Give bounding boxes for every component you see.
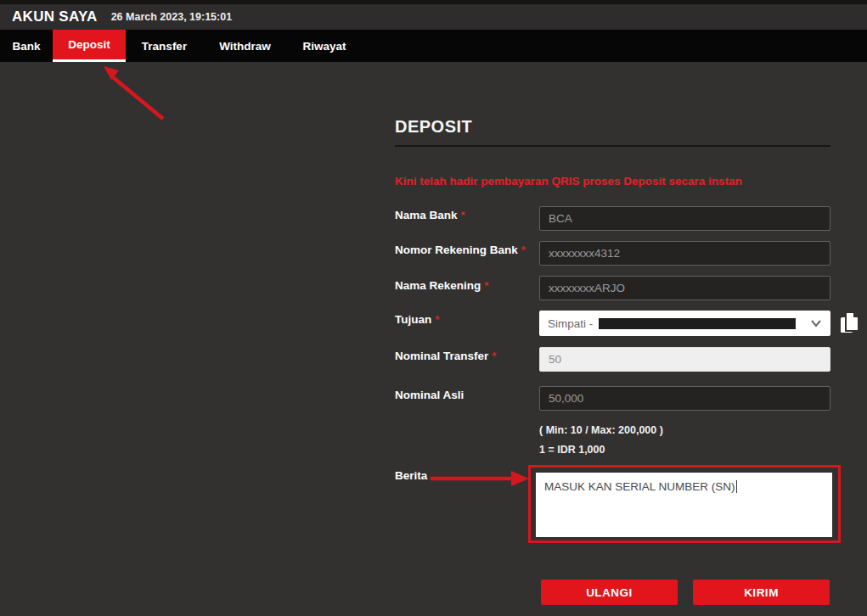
nav-tab-transfer[interactable]: Transfer [126, 30, 203, 62]
nav-tab-deposit[interactable]: Deposit [53, 30, 126, 62]
required-asterisk: * [521, 244, 526, 256]
tujuan-select[interactable]: Simpati - [539, 311, 830, 336]
berita-text: MASUK KAN SERIAL NUMBER (SN) [544, 480, 735, 493]
rate-helper-text: 1 = IDR 1,000 [539, 444, 605, 456]
kirim-button[interactable]: KIRIM [693, 580, 830, 605]
nav-tab-withdraw[interactable]: Withdraw [203, 30, 287, 62]
account-header: AKUN SAYA 26 March 2023, 19:15:01 [0, 4, 867, 30]
datetime-label: 26 March 2023, 19:15:01 [111, 11, 232, 23]
page-title: AKUN SAYA [12, 8, 98, 25]
nama-rekening-input[interactable] [539, 276, 830, 300]
required-asterisk: * [492, 350, 496, 362]
account-deposit-page: AKUN SAYA 26 March 2023, 19:15:01 Bank D… [0, 0, 867, 616]
nomor-rekening-bank-label: Nomor Rekening Bank* [395, 244, 526, 256]
required-asterisk: * [484, 279, 488, 292]
nav-tab-riwayat[interactable]: Riwayat [287, 30, 362, 62]
nav-tab-bank[interactable]: Bank [0, 30, 53, 62]
required-asterisk: * [461, 209, 465, 221]
nominal-asli-input[interactable] [539, 386, 830, 411]
annotation-arrow-to-berita-field [429, 468, 532, 490]
title-divider [395, 145, 830, 147]
nominal-transfer-input[interactable] [539, 347, 830, 372]
nama-bank-label: Nama Bank* [395, 209, 465, 221]
nominal-asli-label: Nominal Asli [395, 389, 464, 401]
chevron-down-icon [810, 319, 822, 328]
tujuan-selected-value: Simpati - [548, 317, 593, 330]
form-title: DEPOSIT [395, 117, 472, 137]
required-asterisk: * [435, 313, 439, 326]
tujuan-label: Tujuan* [395, 313, 440, 326]
min-max-helper-text: ( Min: 10 / Max: 200,000 ) [539, 424, 663, 436]
annotation-arrow-to-deposit-tab [85, 61, 178, 126]
main-nav: Bank Deposit Transfer Withdraw Riwayat [0, 30, 867, 62]
nominal-transfer-label: Nominal Transfer* [395, 350, 497, 362]
text-cursor [736, 480, 738, 493]
berita-textarea[interactable]: MASUK KAN SERIAL NUMBER (SN) [536, 473, 832, 537]
nama-bank-input[interactable] [539, 206, 830, 231]
redaction-bar [599, 318, 796, 329]
nama-rekening-label: Nama Rekening* [395, 279, 489, 292]
ulangi-button[interactable]: ULANGI [541, 580, 678, 605]
nomor-rekening-bank-input[interactable] [539, 241, 830, 266]
qris-notice: Kini telah hadir pembayaran QRIS proses … [395, 175, 742, 188]
copy-icon[interactable] [839, 311, 861, 334]
berita-label: Berita [395, 469, 427, 482]
